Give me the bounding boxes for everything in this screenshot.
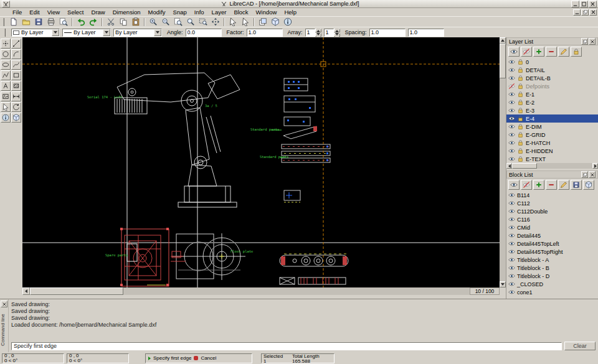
layer-row[interactable]: E-DIM	[506, 123, 598, 131]
menu-select[interactable]: Select	[64, 8, 87, 16]
mdi-restore-button[interactable]	[581, 9, 589, 16]
eye-icon[interactable]	[508, 200, 515, 207]
menu-file[interactable]: File	[9, 8, 26, 16]
eye-icon[interactable]	[508, 264, 515, 271]
menu-modify[interactable]: Modify	[145, 8, 169, 16]
cut-button[interactable]	[105, 17, 117, 27]
layer-row[interactable]: E-GRID	[506, 131, 598, 139]
block-row[interactable]: CMid	[506, 223, 598, 231]
show-all-layers-button[interactable]	[508, 47, 520, 57]
zoom-out-button[interactable]	[159, 17, 172, 27]
block-row[interactable]: Detail445	[506, 231, 598, 240]
horizontal-scroll-thumb[interactable]	[30, 287, 123, 295]
window-menu-button[interactable]	[2, 1, 10, 7]
zoom-in-button[interactable]	[147, 17, 159, 27]
add-block-button[interactable]	[533, 180, 544, 190]
array-y-input[interactable]	[324, 29, 334, 37]
measure-tool-button[interactable]	[1, 113, 11, 123]
show-block-button[interactable]	[508, 180, 520, 190]
hide-block-button[interactable]	[521, 180, 532, 190]
lock-icon[interactable]	[517, 67, 524, 73]
scroll-right-icon[interactable]	[592, 163, 598, 169]
add-layer-button[interactable]	[533, 47, 544, 57]
linetype-combo[interactable]: By Layer	[62, 29, 111, 37]
layer-row[interactable]: DETAIL-B	[506, 74, 598, 82]
menu-edit[interactable]: Edit	[26, 8, 43, 16]
ellipse-tool-button[interactable]	[1, 60, 11, 70]
drawing-canvas[interactable]: Serial 174 - Left 3a / 5 Standard parts …	[22, 37, 500, 287]
menu-window[interactable]: Window	[252, 8, 281, 16]
eye-icon[interactable]	[508, 75, 515, 82]
layer-row[interactable]: E-HATCH	[506, 139, 598, 147]
block-row[interactable]: Titleblock - D	[506, 272, 598, 280]
scroll-down-icon[interactable]	[500, 281, 506, 287]
block-row[interactable]: cone1	[506, 288, 598, 294]
factor-input[interactable]	[247, 29, 283, 37]
lock-icon[interactable]	[517, 115, 524, 122]
deselect-button[interactable]	[239, 17, 252, 27]
block-row[interactable]: Detail445TopRight	[506, 248, 598, 256]
new-file-button[interactable]	[7, 17, 20, 27]
vertical-scroll-track[interactable]	[500, 78, 506, 281]
mdi-close-button[interactable]	[589, 9, 597, 16]
image-tool-button[interactable]	[1, 91, 11, 101]
eye-icon[interactable]	[508, 216, 515, 223]
scroll-up-icon[interactable]	[500, 37, 506, 44]
print-preview-button[interactable]	[57, 17, 70, 27]
eye-icon[interactable]	[508, 107, 515, 114]
lock-icon[interactable]	[517, 58, 524, 65]
undo-button[interactable]	[75, 17, 87, 27]
eye-off-icon[interactable]	[508, 83, 515, 90]
modify-tool-button[interactable]	[11, 102, 21, 112]
eye-icon[interactable]	[508, 248, 515, 255]
angle-input[interactable]	[186, 29, 222, 37]
edit-block-button[interactable]	[558, 180, 569, 190]
toolbar-grip[interactable]	[3, 18, 6, 26]
eye-icon[interactable]	[508, 123, 515, 130]
menu-view[interactable]: View	[44, 8, 64, 16]
point-tool-button[interactable]	[1, 39, 11, 49]
scroll-left-icon[interactable]	[506, 163, 512, 169]
eye-icon[interactable]	[508, 240, 515, 247]
eye-icon[interactable]	[508, 156, 515, 162]
paste-button[interactable]	[130, 17, 142, 27]
layer-row[interactable]: 0	[506, 58, 598, 66]
block-row[interactable]: Detail445TopLeft	[506, 240, 598, 248]
command-input[interactable]	[11, 342, 562, 350]
layer-row[interactable]: E-2	[506, 98, 598, 106]
remove-layer-button[interactable]	[546, 47, 557, 57]
block-tool-button[interactable]	[11, 113, 21, 123]
horizontal-scroll-track[interactable]	[123, 287, 492, 295]
lock-icon[interactable]	[517, 75, 524, 82]
menu-dimension[interactable]: Dimension	[109, 8, 145, 16]
close-panel-button[interactable]	[589, 171, 596, 178]
remove-block-button[interactable]	[546, 180, 557, 190]
eye-icon[interactable]	[508, 208, 515, 215]
block-row[interactable]: _CLOSED	[506, 280, 598, 288]
layer-list-toggle-button[interactable]	[257, 17, 269, 27]
float-panel-button[interactable]	[581, 171, 588, 178]
eye-icon[interactable]	[508, 147, 515, 154]
layer-row[interactable]: E-3	[506, 106, 598, 114]
layer-row-selected[interactable]: E-4	[506, 114, 598, 123]
text-tool-button[interactable]	[1, 81, 11, 91]
block-row[interactable]: C116	[506, 215, 598, 223]
lock-icon[interactable]	[517, 139, 524, 146]
eye-icon[interactable]	[508, 67, 515, 73]
menu-info[interactable]: Info	[191, 8, 208, 16]
layer-row[interactable]: E-TEXT	[506, 155, 598, 163]
select-button[interactable]	[227, 17, 239, 27]
eye-icon[interactable]	[508, 99, 515, 106]
lock-icon[interactable]	[517, 91, 524, 98]
linewidth-combo[interactable]: By Layer	[113, 29, 162, 37]
eye-icon[interactable]	[508, 289, 515, 294]
eye-icon[interactable]	[508, 232, 515, 239]
spin-down-icon[interactable]	[315, 33, 321, 37]
mdi-minimize-button[interactable]	[573, 9, 581, 16]
toolbar-grip[interactable]	[4, 29, 7, 37]
minimize-button[interactable]	[571, 1, 579, 7]
close-panel-button[interactable]	[589, 38, 596, 45]
eye-icon[interactable]	[508, 224, 515, 231]
line-tool-button[interactable]	[11, 39, 21, 49]
zoom-previous-button[interactable]	[184, 17, 197, 27]
